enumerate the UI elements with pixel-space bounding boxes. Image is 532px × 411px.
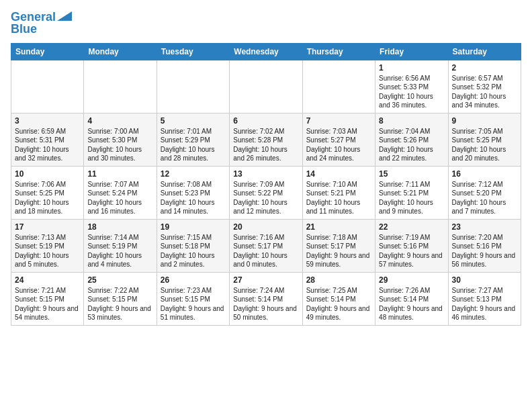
header: General Blue (11, 11, 521, 36)
calendar-cell: 13Sunrise: 7:09 AM Sunset: 5:22 PM Dayli… (230, 166, 302, 219)
calendar-row-3: 17Sunrise: 7:13 AM Sunset: 5:19 PM Dayli… (11, 219, 521, 272)
calendar-cell: 11Sunrise: 7:07 AM Sunset: 5:24 PM Dayli… (84, 166, 157, 219)
day-number: 18 (87, 222, 152, 232)
calendar-cell (157, 60, 229, 113)
day-number: 20 (233, 222, 298, 232)
cell-content: Sunrise: 7:26 AM Sunset: 5:14 PM Dayligh… (379, 286, 444, 322)
weekday-thursday: Thursday (302, 43, 375, 60)
cell-content: Sunrise: 7:19 AM Sunset: 5:16 PM Dayligh… (379, 233, 444, 269)
day-number: 17 (15, 222, 80, 232)
weekday-friday: Friday (375, 43, 448, 60)
cell-content: Sunrise: 7:12 AM Sunset: 5:20 PM Dayligh… (452, 180, 517, 216)
calendar-row-1: 3Sunrise: 6:59 AM Sunset: 5:31 PM Daylig… (11, 113, 521, 166)
logo: General Blue (11, 11, 72, 36)
day-number: 16 (452, 169, 517, 179)
day-number: 5 (161, 116, 226, 126)
svg-marker-0 (57, 11, 72, 21)
cell-content: Sunrise: 7:16 AM Sunset: 5:17 PM Dayligh… (233, 233, 298, 269)
cell-content: Sunrise: 7:02 AM Sunset: 5:28 PM Dayligh… (233, 127, 298, 163)
logo-blue: Blue (11, 23, 37, 36)
day-number: 23 (452, 222, 517, 232)
calendar-cell (84, 60, 157, 113)
calendar-cell: 3Sunrise: 6:59 AM Sunset: 5:31 PM Daylig… (11, 113, 84, 166)
day-number: 8 (379, 116, 444, 126)
calendar-cell: 19Sunrise: 7:15 AM Sunset: 5:18 PM Dayli… (157, 219, 229, 272)
day-number: 13 (233, 169, 298, 179)
calendar-cell: 17Sunrise: 7:13 AM Sunset: 5:19 PM Dayli… (11, 219, 84, 272)
day-number: 1 (379, 63, 444, 73)
calendar-cell: 6Sunrise: 7:02 AM Sunset: 5:28 PM Daylig… (230, 113, 302, 166)
day-number: 14 (306, 169, 371, 179)
cell-content: Sunrise: 7:23 AM Sunset: 5:15 PM Dayligh… (161, 286, 226, 322)
cell-content: Sunrise: 7:14 AM Sunset: 5:19 PM Dayligh… (87, 233, 152, 269)
calendar-cell: 4Sunrise: 7:00 AM Sunset: 5:30 PM Daylig… (84, 113, 157, 166)
day-number: 22 (379, 222, 444, 232)
day-number: 9 (452, 116, 517, 126)
calendar-cell: 23Sunrise: 7:20 AM Sunset: 5:16 PM Dayli… (448, 219, 521, 272)
logo-icon (57, 11, 72, 21)
weekday-wednesday: Wednesday (230, 43, 302, 60)
calendar-cell: 10Sunrise: 7:06 AM Sunset: 5:25 PM Dayli… (11, 166, 84, 219)
page: General Blue SundayMondayTuesdayWednesda… (0, 0, 532, 411)
day-number: 30 (452, 275, 517, 285)
day-number: 7 (306, 116, 371, 126)
cell-content: Sunrise: 7:00 AM Sunset: 5:30 PM Dayligh… (87, 127, 152, 163)
cell-content: Sunrise: 7:20 AM Sunset: 5:16 PM Dayligh… (452, 233, 517, 269)
day-number: 4 (87, 116, 152, 126)
cell-content: Sunrise: 7:09 AM Sunset: 5:22 PM Dayligh… (233, 180, 298, 216)
calendar-row-0: 1Sunrise: 6:56 AM Sunset: 5:33 PM Daylig… (11, 60, 521, 113)
cell-content: Sunrise: 7:21 AM Sunset: 5:15 PM Dayligh… (15, 286, 80, 322)
calendar-cell: 18Sunrise: 7:14 AM Sunset: 5:19 PM Dayli… (84, 219, 157, 272)
calendar-cell: 20Sunrise: 7:16 AM Sunset: 5:17 PM Dayli… (230, 219, 302, 272)
calendar: SundayMondayTuesdayWednesdayThursdayFrid… (11, 43, 521, 326)
cell-content: Sunrise: 7:06 AM Sunset: 5:25 PM Dayligh… (15, 180, 80, 216)
calendar-cell: 26Sunrise: 7:23 AM Sunset: 5:15 PM Dayli… (157, 272, 229, 325)
day-number: 28 (306, 275, 371, 285)
cell-content: Sunrise: 7:03 AM Sunset: 5:27 PM Dayligh… (306, 127, 371, 163)
calendar-cell: 27Sunrise: 7:24 AM Sunset: 5:14 PM Dayli… (230, 272, 302, 325)
day-number: 27 (233, 275, 298, 285)
day-number: 11 (87, 169, 152, 179)
day-number: 3 (15, 116, 80, 126)
calendar-cell: 1Sunrise: 6:56 AM Sunset: 5:33 PM Daylig… (375, 60, 448, 113)
cell-content: Sunrise: 7:10 AM Sunset: 5:21 PM Dayligh… (306, 180, 371, 216)
day-number: 29 (379, 275, 444, 285)
calendar-cell (11, 60, 84, 113)
day-number: 12 (161, 169, 226, 179)
cell-content: Sunrise: 7:08 AM Sunset: 5:23 PM Dayligh… (161, 180, 226, 216)
cell-content: Sunrise: 6:56 AM Sunset: 5:33 PM Dayligh… (379, 74, 444, 110)
calendar-cell: 7Sunrise: 7:03 AM Sunset: 5:27 PM Daylig… (302, 113, 375, 166)
cell-content: Sunrise: 7:27 AM Sunset: 5:13 PM Dayligh… (452, 286, 517, 322)
cell-content: Sunrise: 6:57 AM Sunset: 5:32 PM Dayligh… (452, 74, 517, 110)
calendar-cell: 16Sunrise: 7:12 AM Sunset: 5:20 PM Dayli… (448, 166, 521, 219)
logo-general: General (11, 10, 56, 24)
weekday-monday: Monday (84, 43, 157, 60)
cell-content: Sunrise: 7:25 AM Sunset: 5:14 PM Dayligh… (306, 286, 371, 322)
cell-content: Sunrise: 7:04 AM Sunset: 5:26 PM Dayligh… (379, 127, 444, 163)
cell-content: Sunrise: 7:18 AM Sunset: 5:17 PM Dayligh… (306, 233, 371, 269)
calendar-cell: 29Sunrise: 7:26 AM Sunset: 5:14 PM Dayli… (375, 272, 448, 325)
day-number: 2 (452, 63, 517, 73)
calendar-cell: 25Sunrise: 7:22 AM Sunset: 5:15 PM Dayli… (84, 272, 157, 325)
calendar-cell: 28Sunrise: 7:25 AM Sunset: 5:14 PM Dayli… (302, 272, 375, 325)
calendar-cell: 5Sunrise: 7:01 AM Sunset: 5:29 PM Daylig… (157, 113, 229, 166)
calendar-cell (230, 60, 302, 113)
calendar-row-2: 10Sunrise: 7:06 AM Sunset: 5:25 PM Dayli… (11, 166, 521, 219)
calendar-cell: 8Sunrise: 7:04 AM Sunset: 5:26 PM Daylig… (375, 113, 448, 166)
day-number: 21 (306, 222, 371, 232)
calendar-cell: 9Sunrise: 7:05 AM Sunset: 5:25 PM Daylig… (448, 113, 521, 166)
cell-content: Sunrise: 7:11 AM Sunset: 5:21 PM Dayligh… (379, 180, 444, 216)
day-number: 6 (233, 116, 298, 126)
weekday-tuesday: Tuesday (157, 43, 229, 60)
day-number: 10 (15, 169, 80, 179)
cell-content: Sunrise: 7:24 AM Sunset: 5:14 PM Dayligh… (233, 286, 298, 322)
calendar-cell: 2Sunrise: 6:57 AM Sunset: 5:32 PM Daylig… (448, 60, 521, 113)
cell-content: Sunrise: 7:13 AM Sunset: 5:19 PM Dayligh… (15, 233, 80, 269)
cell-content: Sunrise: 7:07 AM Sunset: 5:24 PM Dayligh… (87, 180, 152, 216)
calendar-cell: 24Sunrise: 7:21 AM Sunset: 5:15 PM Dayli… (11, 272, 84, 325)
cell-content: Sunrise: 7:22 AM Sunset: 5:15 PM Dayligh… (87, 286, 152, 322)
cell-content: Sunrise: 7:15 AM Sunset: 5:18 PM Dayligh… (161, 233, 226, 269)
weekday-header-row: SundayMondayTuesdayWednesdayThursdayFrid… (11, 43, 521, 60)
day-number: 25 (87, 275, 152, 285)
weekday-sunday: Sunday (11, 43, 84, 60)
